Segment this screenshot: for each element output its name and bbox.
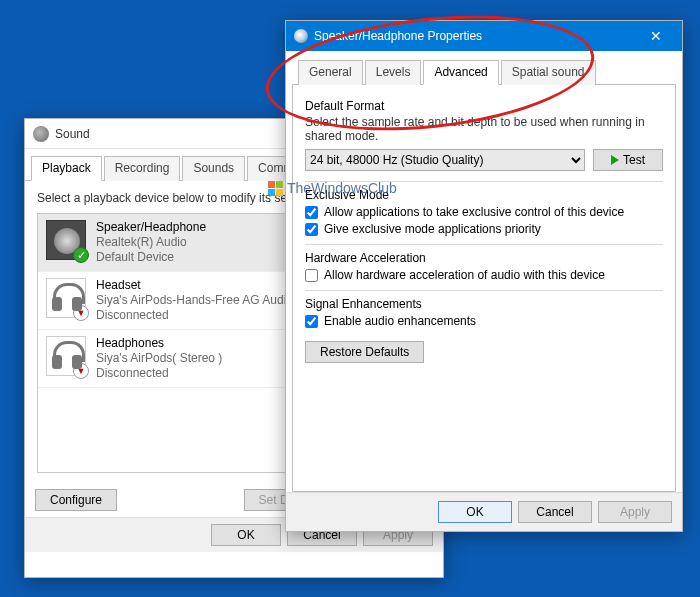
audio-enh-checkbox[interactable]: Enable audio enhancements <box>305 314 663 328</box>
speaker-icon <box>33 126 49 142</box>
play-icon <box>611 155 619 165</box>
tab-spatial-sound[interactable]: Spatial sound <box>501 60 596 85</box>
sound-title-text: Sound <box>55 119 90 149</box>
cancel-button[interactable]: Cancel <box>518 501 592 523</box>
status-ok-icon <box>73 247 89 263</box>
signal-enh-title: Signal Enhancements <box>305 297 663 311</box>
status-disconnected-icon <box>73 363 89 379</box>
apply-button[interactable]: Apply <box>598 501 672 523</box>
speaker-icon <box>294 29 308 43</box>
properties-footer: OK Cancel Apply <box>286 492 682 531</box>
device-headset-icon <box>46 278 86 318</box>
tab-levels[interactable]: Levels <box>365 60 422 85</box>
hardware-accel-checkbox[interactable]: Allow hardware acceleration of audio wit… <box>305 268 663 282</box>
exclusive-control-checkbox[interactable]: Allow applications to take exclusive con… <box>305 205 663 219</box>
tab-recording[interactable]: Recording <box>104 156 181 181</box>
properties-window: Speaker/Headphone Properties ✕ General L… <box>285 20 683 532</box>
sample-rate-select[interactable]: 24 bit, 48000 Hz (Studio Quality) <box>305 149 585 171</box>
device-headphones-icon <box>46 336 86 376</box>
properties-tabs: General Levels Advanced Spatial sound <box>292 51 676 85</box>
tab-sounds[interactable]: Sounds <box>182 156 245 181</box>
device-speaker-icon <box>46 220 86 260</box>
default-format-desc: Select the sample rate and bit depth to … <box>305 115 663 143</box>
hardware-accel-title: Hardware Acceleration <box>305 251 663 265</box>
advanced-pane: Default Format Select the sample rate an… <box>292 85 676 492</box>
exclusive-priority-checkbox[interactable]: Give exclusive mode applications priorit… <box>305 222 663 236</box>
ok-button[interactable]: OK <box>438 501 512 523</box>
default-format-title: Default Format <box>305 99 663 113</box>
tab-general[interactable]: General <box>298 60 363 85</box>
tab-advanced[interactable]: Advanced <box>423 60 498 85</box>
tab-playback[interactable]: Playback <box>31 156 102 181</box>
ok-button[interactable]: OK <box>211 524 281 546</box>
properties-titlebar[interactable]: Speaker/Headphone Properties ✕ <box>286 21 682 51</box>
configure-button[interactable]: Configure <box>35 489 117 511</box>
exclusive-mode-title: Exclusive Mode <box>305 188 663 202</box>
status-disconnected-icon <box>73 305 89 321</box>
restore-defaults-button[interactable]: Restore Defaults <box>305 341 424 363</box>
test-button[interactable]: Test <box>593 149 663 171</box>
close-icon[interactable]: ✕ <box>634 21 678 51</box>
properties-title-text: Speaker/Headphone Properties <box>314 29 482 43</box>
